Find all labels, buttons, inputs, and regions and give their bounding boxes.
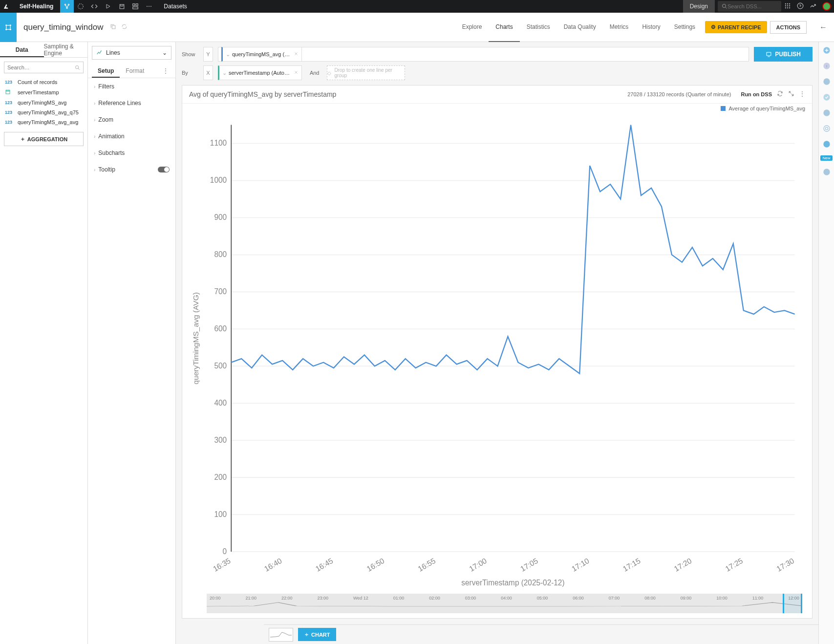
tab-metrics[interactable]: Metrics — [603, 13, 636, 42]
chart-type-selector[interactable]: Lines ⌄ — [92, 46, 171, 60]
code-icon[interactable] — [87, 0, 101, 13]
column-name: Count of records — [18, 79, 57, 85]
rail-add-icon[interactable] — [822, 46, 831, 55]
aggregation-button[interactable]: ＋ AGGREGATION — [4, 132, 84, 146]
column-search[interactable] — [4, 62, 84, 73]
column-item[interactable]: serverTimestamp — [4, 87, 84, 98]
tab-statistics[interactable]: Statistics — [520, 13, 557, 42]
svg-point-74 — [823, 141, 830, 147]
rail-share-icon[interactable] — [822, 168, 831, 176]
thumb-sparkline — [269, 628, 293, 641]
project-name[interactable]: Self-Healing — [13, 3, 60, 10]
back-arrow[interactable]: ← — [813, 23, 834, 32]
section-reference-lines[interactable]: ›Reference Lines — [88, 95, 175, 111]
timeline-overview[interactable]: 20:0021:0022:0023:00Wed 1201:0002:0003:0… — [207, 594, 802, 613]
numeric-type-icon: 123 — [5, 100, 15, 105]
remove-pill-icon[interactable] — [294, 70, 299, 76]
play-icon[interactable] — [101, 0, 115, 13]
group-drop-zone[interactable]: ◇ Drop to create one line per group — [327, 65, 405, 80]
add-chart-button[interactable]: ＋ CHART — [298, 628, 336, 641]
section-animation[interactable]: ›Animation — [88, 128, 175, 145]
column-item[interactable]: 123Count of records — [4, 77, 84, 87]
chevron-right-icon: › — [94, 117, 95, 123]
trend-icon[interactable] — [810, 2, 816, 11]
refresh-icon[interactable] — [777, 90, 783, 98]
tab-history[interactable]: History — [635, 13, 667, 42]
svg-text:300: 300 — [214, 436, 227, 444]
column-item[interactable]: 123queryTimingMS_avg_avg — [4, 117, 84, 127]
left-tab-data[interactable]: Data — [0, 42, 44, 57]
svg-text:17:25: 17:25 — [724, 557, 745, 573]
x-pill[interactable]: ⌄ serverTimestamp (Auto… — [218, 65, 302, 80]
publish-button[interactable]: PUBLISH — [754, 47, 813, 62]
numeric-type-icon: 123 — [5, 80, 15, 85]
section-zoom[interactable]: ›Zoom — [88, 111, 175, 128]
svg-text:200: 200 — [214, 473, 227, 481]
rail-target-icon[interactable] — [822, 124, 831, 133]
apps-icon[interactable] — [784, 2, 791, 11]
show-label: Show — [182, 51, 198, 57]
design-button[interactable]: Design — [683, 0, 715, 13]
dashboard-icon[interactable] — [128, 0, 142, 13]
help-icon[interactable] — [797, 2, 804, 11]
svg-point-71 — [823, 109, 830, 116]
parent-recipe-button[interactable]: ⚙ PARENT RECIPE — [705, 21, 767, 33]
left-tab-sampling-engine[interactable]: Sampling & Engine — [44, 42, 88, 57]
timeline-range-handle[interactable] — [783, 594, 802, 613]
rail-info-icon[interactable]: i — [822, 62, 831, 70]
svg-point-75 — [823, 169, 830, 175]
svg-point-18 — [797, 3, 803, 9]
svg-point-69 — [823, 78, 830, 85]
date-type-icon — [5, 89, 15, 96]
setup-tab-setup[interactable]: Setup — [92, 64, 120, 78]
section-subcharts[interactable]: ›Subcharts — [88, 145, 175, 161]
chevron-down-icon: ⌄ — [222, 70, 227, 76]
tab-charts[interactable]: Charts — [489, 13, 519, 42]
refresh-small-icon[interactable] — [121, 23, 128, 31]
column-search-input[interactable] — [7, 64, 75, 70]
column-name: serverTimestamp — [18, 89, 59, 95]
save-icon[interactable] — [115, 0, 128, 13]
svg-text:queryTimingMS_avg (AVG): queryTimingMS_avg (AVG) — [192, 292, 200, 385]
tab-data-quality[interactable]: Data Quality — [557, 13, 603, 42]
setup-menu-icon[interactable]: ⋮ — [160, 64, 171, 78]
flow-icon[interactable] — [60, 0, 74, 13]
chart-menu-icon[interactable]: ⋮ — [799, 90, 805, 98]
column-item[interactable]: 123queryTimingMS_avg — [4, 98, 84, 107]
svg-text:16:35: 16:35 — [212, 557, 232, 573]
svg-text:16:55: 16:55 — [416, 557, 437, 573]
svg-text:16:45: 16:45 — [314, 557, 335, 573]
tooltip-toggle[interactable] — [158, 167, 170, 172]
chart-thumbnail[interactable] — [269, 628, 293, 642]
svg-point-2 — [66, 7, 67, 8]
setup-tab-format[interactable]: Format — [120, 64, 150, 78]
search-icon — [75, 65, 80, 70]
svg-text:900: 900 — [214, 213, 227, 221]
run-on-button[interactable]: Run on DSS — [736, 91, 777, 97]
expand-icon[interactable] — [788, 90, 794, 98]
copy-icon[interactable] — [110, 23, 116, 31]
chart-canvas: 01002003004005006007008009001000110016:3… — [186, 117, 802, 590]
tab-settings[interactable]: Settings — [667, 13, 702, 42]
svg-text:serverTimestamp (2025-02-12): serverTimestamp (2025-02-12) — [461, 579, 564, 587]
more-icon[interactable]: ⋯ — [142, 0, 156, 13]
global-search-input[interactable] — [727, 3, 776, 9]
global-search[interactable] — [718, 1, 781, 12]
rail-list-icon[interactable] — [822, 77, 831, 86]
svg-text:0: 0 — [222, 547, 227, 556]
remove-pill-icon[interactable] — [294, 51, 299, 57]
app-logo[interactable] — [0, 0, 13, 13]
column-item[interactable]: 123queryTimingMS_avg_q75 — [4, 107, 84, 117]
section-filters[interactable]: ›Filters — [88, 78, 175, 95]
tab-explore[interactable]: Explore — [455, 13, 489, 42]
section-tooltip[interactable]: ›Tooltip — [88, 161, 175, 178]
y-pill[interactable]: ⌄ queryTimingMS_avg (… — [221, 47, 302, 62]
rail-user-icon[interactable] — [822, 108, 831, 117]
actions-button[interactable]: ACTIONS — [770, 21, 807, 34]
rail-check-icon[interactable] — [822, 93, 831, 102]
rail-chat-icon[interactable] — [822, 140, 831, 149]
svg-rect-5 — [133, 4, 135, 6]
user-avatar[interactable] — [822, 2, 831, 11]
context-label[interactable]: Datasets — [156, 3, 194, 10]
nav-icon-1[interactable] — [74, 0, 87, 13]
